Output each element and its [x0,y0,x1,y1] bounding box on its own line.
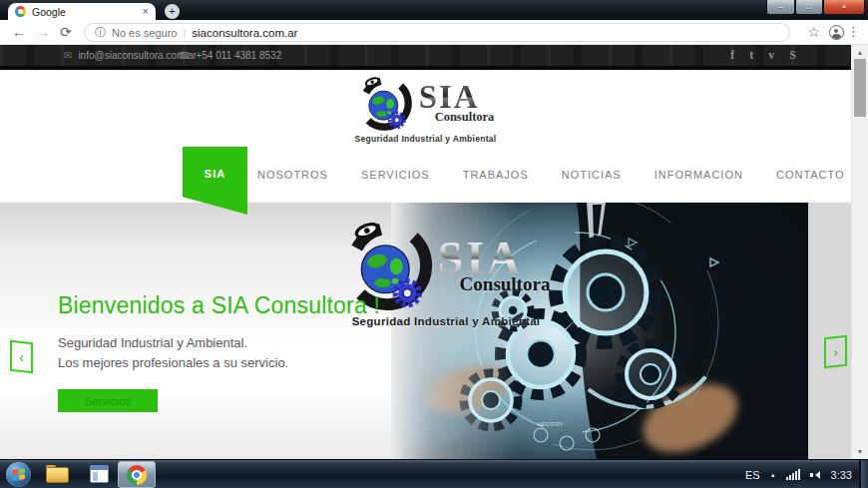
clock[interactable]: 3:33 [831,469,852,481]
scrollbar-up-icon[interactable]: ▲ [852,49,868,56]
nav-item-informacion[interactable]: INFORMACION [654,169,743,181]
window-close-button[interactable]: × [823,0,865,15]
back-icon[interactable]: ← [12,23,26,41]
hero-heading: Bienvenidos a SIA Consultora ! [58,292,380,319]
screen: Google × + – □ × ← → ⟳ ⓘ No es seguro | … [0,0,868,488]
google-favicon-icon [15,6,26,17]
vimeo-icon[interactable]: v [768,48,774,63]
network-signal-icon[interactable] [786,469,800,480]
hero-right-strip [806,203,851,459]
language-indicator[interactable]: ES [745,469,760,481]
site-header: SIA Consultora Seguridad Industrial y Am… [0,70,851,147]
photo-industry-label: INDUSTRY [538,421,564,427]
logo-subname: Consultora [435,110,495,125]
hero-line2: Los mejores profesionales a su servicio. [58,353,380,373]
window-controls: – □ × [766,0,865,15]
phone-text: +54 011 4381 8532 [196,50,281,61]
browser-tab[interactable]: Google × [8,3,156,20]
social-links: f t v S [730,45,796,66]
profile-avatar-icon[interactable] [829,25,844,40]
nav-item-trabajos[interactable]: TRABAJOS [463,169,529,181]
address-bar[interactable]: ⓘ No es seguro | siaconsultora.com.ar [84,23,790,42]
reload-icon[interactable]: ⟳ [60,23,72,41]
chrome-taskbar-button[interactable] [118,461,156,488]
start-button[interactable] [6,462,31,487]
windows-flag-icon [12,468,25,481]
browser-tab-strip: Google × + – □ × [0,0,868,20]
site-topbar: ✉ info@siaconsultora.com.ar ☎ +54 011 43… [0,45,851,70]
explorer-taskbar-button[interactable] [46,465,69,483]
facebook-icon[interactable]: f [730,48,734,63]
windows-taskbar: ES ▲ 3:33 [0,459,868,488]
tab-close-icon[interactable]: × [143,6,149,17]
forward-icon[interactable]: → [36,23,50,41]
carousel-prev-button[interactable]: ‹ [10,340,33,373]
address-separator: | [183,27,186,39]
hero-copy: Bienvenidos a SIA Consultora ! Seguridad… [58,292,380,412]
browser-toolbar: ← → ⟳ ⓘ No es seguro | siaconsultora.com… [0,20,868,45]
scrollbar-down-icon[interactable]: ▼ [852,448,868,455]
page-info-icon[interactable]: ⓘ [95,25,106,40]
twitter-icon[interactable]: t [749,48,753,63]
system-tray: ES ▲ 3:33 [745,460,852,488]
nav-item-servicios[interactable]: SERVICIOS [361,169,430,181]
skype-icon[interactable]: S [789,48,796,63]
mail-icon: ✉ [64,50,72,61]
nav-item-contacto[interactable]: CONTACTO [776,169,845,181]
window-maximize-button[interactable]: □ [795,0,823,15]
phone-icon: ☎ [178,50,190,61]
volume-icon[interactable] [810,469,821,480]
topbar-email[interactable]: ✉ info@siaconsultora.com.ar [64,45,197,66]
site-logo[interactable]: SIA Consultora Seguridad Industrial y Am… [354,76,496,144]
scrollbar-thumb[interactable] [854,59,866,117]
nav-items: NOSOTROS SERVICIOS TRABAJOS NOTICIAS INF… [257,147,845,203]
app-window-taskbar-button[interactable] [90,465,109,483]
hero-logo-subname: Consultora [460,273,551,295]
carousel-next-button[interactable]: › [824,335,847,368]
tray-expand-icon[interactable]: ▲ [770,472,776,478]
page-scrollbar[interactable]: ▲ ▼ [851,45,868,459]
browser-menu-icon[interactable]: ⋮ [847,23,860,41]
new-tab-button[interactable]: + [165,4,180,19]
tab-title: Google [32,6,137,18]
site-nav: SIA NOSOTROS SERVICIOS TRABAJOS NOTICIAS… [0,147,851,203]
chrome-icon [127,465,147,485]
security-label: No es seguro [112,27,177,39]
sia-emblem-icon [357,76,413,132]
servicios-button[interactable]: Servicios [58,389,158,412]
nav-item-nosotros[interactable]: NOSOTROS [257,169,328,181]
logo-name: SIA [419,83,495,113]
bookmark-star-icon[interactable]: ☆ [807,23,820,41]
topbar-phone[interactable]: ☎ +54 011 4381 8532 [178,45,281,66]
hero-line1: Seguridad Industrial y Ambiental. [58,333,380,353]
window-minimize-button[interactable]: – [766,0,795,15]
address-url: siaconsultora.com.ar [192,27,297,39]
nav-item-noticias[interactable]: NOTICIAS [562,169,622,181]
hero-slider: INDUSTRY [0,203,851,459]
logo-tagline: Seguridad Industrial y Ambiental [354,134,496,144]
show-desktop-button[interactable] [859,460,868,488]
